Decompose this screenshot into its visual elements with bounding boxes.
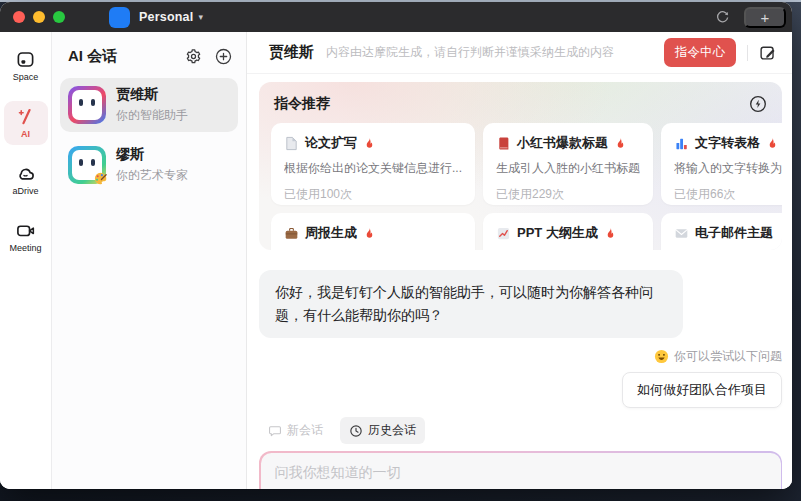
card-usage-count: 已使用229次 (496, 186, 640, 203)
card-title: 论文扩写 (305, 134, 357, 152)
card-usage-count: 已使用66次 (674, 186, 782, 203)
composer-gradient-border: ↵ 发送 / ⌘ ↵ 换行 (259, 451, 782, 489)
app-window: Personal ▾ + Space AI (0, 2, 792, 489)
prompt-card-xiaohongshu-title[interactable]: 小红书爆款标题 生成引人入胜的小红书标题 已使用229次 (483, 123, 653, 205)
envelope-icon (674, 226, 689, 241)
divider (747, 45, 748, 61)
new-conversation-icon[interactable] (215, 48, 232, 65)
compose-icon[interactable] (759, 44, 776, 61)
nav-item-label: AI (21, 129, 30, 139)
chat-header: 贾维斯 内容由达摩院生成，请自行判断并谨慎采纳生成的内容 指令中心 (247, 32, 792, 74)
chat-title: 贾维斯 (269, 43, 314, 62)
flame-icon (614, 137, 627, 150)
card-title: 周报生成 (305, 224, 357, 242)
titlebar: Personal ▾ + (0, 2, 792, 32)
flame-icon (363, 227, 376, 240)
new-session-button[interactable]: 新会话 (259, 417, 332, 444)
zoom-window-button[interactable] (53, 11, 65, 23)
suggestion-hint: 你可以尝试以下问题 (654, 348, 782, 365)
prompt-recommendation-panel: 指令推荐 论文扩写 根据你给出的论文关键信息进行... (259, 82, 782, 250)
nav-item-space[interactable]: Space (4, 44, 48, 88)
flame-icon (766, 137, 779, 150)
send-icon[interactable] (747, 489, 768, 490)
assistant-message-bubble: 你好，我是钉钉个人版的智能助手，可以随时为你解答各种问题，有什么能帮助你的吗？ (259, 270, 683, 338)
briefcase-icon (284, 226, 299, 241)
prompt-card-paper-expand[interactable]: 论文扩写 根据你给出的论文关键信息进行... 已使用100次 (271, 123, 475, 205)
nav-item-label: Space (13, 72, 39, 82)
prompt-card-text-to-table[interactable]: 文字转表格 将输入的文字转换为表格 已使用66次 (661, 123, 782, 205)
conversation-subtitle: 你的智能助手 (116, 107, 188, 124)
clock-icon (349, 424, 363, 438)
suggested-question-button[interactable]: 如何做好团队合作项目 (622, 372, 782, 408)
conversation-item-muse[interactable]: 缪斯 你的艺术专家 (60, 138, 238, 192)
command-center-button[interactable]: 指令中心 (664, 38, 736, 67)
card-description: 将输入的文字转换为表格 (674, 160, 782, 177)
conversation-name: 贾维斯 (116, 86, 188, 104)
chat-bubble-icon (268, 424, 282, 438)
traffic-lights (13, 11, 65, 23)
chat-main: 贾维斯 内容由达摩院生成，请自行判断并谨慎采纳生成的内容 指令中心 指令推荐 (247, 32, 792, 489)
card-description: 生成引人入胜的小红书标题 (496, 160, 640, 177)
red-book-icon (496, 136, 511, 151)
new-tab-button[interactable]: + (744, 7, 786, 28)
nav-item-label: aDrive (12, 186, 38, 196)
card-title: PPT 大纲生成 (517, 224, 598, 242)
gear-icon[interactable] (185, 48, 202, 65)
card-title: 电子邮件主题 (695, 224, 773, 242)
prompt-card-ppt-outline[interactable]: PPT 大纲生成 (483, 213, 653, 250)
cloud-icon (16, 164, 35, 183)
sync-icon[interactable] (715, 10, 730, 25)
nav-item-meeting[interactable]: Meeting (4, 215, 48, 259)
chevron-down-icon: ▾ (198, 12, 203, 22)
new-session-label: 新会话 (287, 422, 323, 439)
prompt-cards: 论文扩写 根据你给出的论文关键信息进行... 已使用100次 小红书爆款标题 (259, 123, 782, 250)
prompt-card-weekly-report[interactable]: 周报生成 (271, 213, 475, 250)
nav-rail: Space AI aDrive Meeting (0, 32, 52, 489)
panel-title: 指令推荐 (274, 95, 330, 113)
session-toolbar: 新会话 历史会话 (259, 417, 782, 444)
close-window-button[interactable] (13, 11, 25, 23)
conversation-subtitle: 你的艺术专家 (116, 167, 188, 184)
paper-icon (284, 136, 299, 151)
flame-icon (779, 227, 782, 240)
ai-disclaimer: 内容由达摩院生成，请自行判断并谨慎采纳生成的内容 (326, 44, 664, 61)
history-session-button[interactable]: 历史会话 (340, 417, 425, 444)
minimize-window-button[interactable] (33, 11, 45, 23)
video-camera-icon (16, 221, 35, 240)
smiley-icon (654, 349, 669, 364)
flame-icon (363, 137, 376, 150)
assistant-avatar (68, 146, 106, 184)
palette-icon (93, 171, 108, 186)
message-input[interactable] (275, 464, 742, 480)
workspace-switcher[interactable]: Personal (139, 10, 193, 24)
card-title: 文字转表格 (695, 134, 760, 152)
assistant-avatar (68, 86, 106, 124)
composer: ↵ 发送 / ⌘ ↵ 换行 (261, 453, 781, 490)
card-usage-count: 已使用100次 (284, 186, 462, 203)
refresh-lightning-icon[interactable] (749, 95, 767, 113)
nav-item-adrive[interactable]: aDrive (4, 158, 48, 202)
card-title: 小红书爆款标题 (517, 134, 608, 152)
suggestion-hint-text: 你可以尝试以下问题 (674, 348, 782, 365)
conversation-list-title: AI 会话 (68, 47, 185, 66)
conversation-item-jarvis[interactable]: 贾维斯 你的智能助手 (60, 78, 238, 132)
bar-chart-icon (674, 136, 689, 151)
conversation-name: 缪斯 (116, 146, 188, 164)
ai-magic-pen-icon (16, 107, 35, 126)
nav-item-label: Meeting (9, 243, 41, 253)
history-session-label: 历史会话 (368, 422, 416, 439)
nav-item-ai[interactable]: AI (4, 101, 48, 145)
prompt-card-email-subject[interactable]: 电子邮件主题 (661, 213, 782, 250)
space-icon (16, 50, 35, 69)
flame-icon (604, 227, 617, 240)
app-logo (109, 7, 130, 28)
conversation-list: AI 会话 贾维斯 你的智能助手 (52, 32, 247, 489)
line-chart-icon (496, 226, 511, 241)
card-description: 根据你给出的论文关键信息进行... (284, 160, 462, 177)
